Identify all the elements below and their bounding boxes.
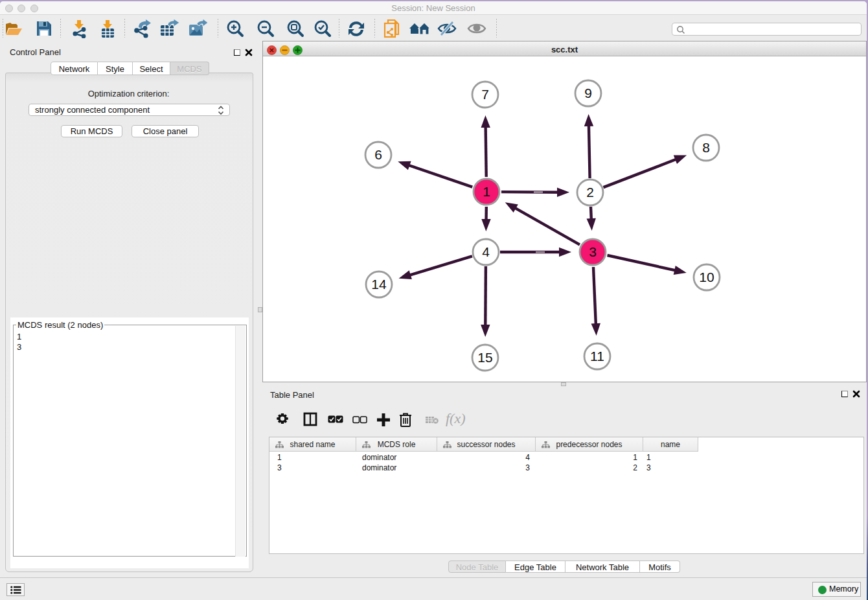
svg-text:7: 7 [481, 87, 489, 102]
svg-text:2: 2 [586, 185, 594, 200]
svg-text:14: 14 [371, 277, 387, 292]
svg-text:4: 4 [482, 244, 490, 259]
svg-text:15: 15 [477, 350, 492, 365]
svg-text:10: 10 [699, 270, 714, 284]
svg-text:6: 6 [374, 147, 382, 162]
svg-text:8: 8 [702, 140, 710, 155]
svg-text:3: 3 [589, 244, 597, 259]
svg-text:11: 11 [590, 349, 604, 363]
svg-text:9: 9 [584, 86, 592, 100]
svg-text:1: 1 [483, 184, 490, 199]
